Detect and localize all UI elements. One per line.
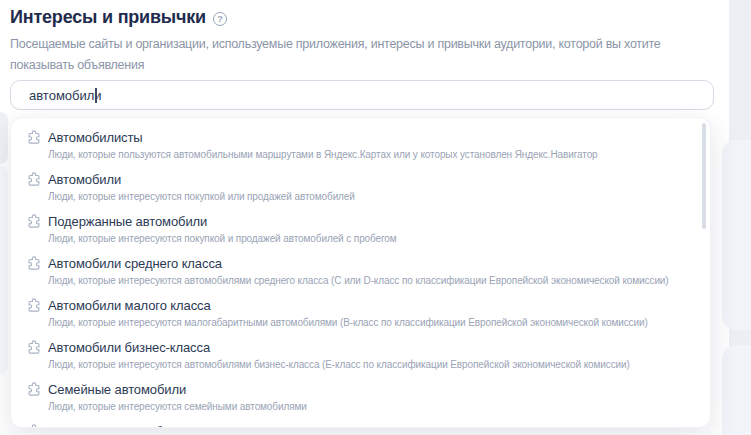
- help-icon[interactable]: ?: [213, 12, 227, 26]
- interest-description: Люди, которые интересуются автомобилями …: [48, 275, 686, 286]
- interest-title: Автомобили: [48, 172, 121, 187]
- background-card: [0, 112, 8, 164]
- interest-description: Люди, которые пользуются автомобильными …: [48, 149, 686, 160]
- interest-description: Люди, которые интересуются автомобилями …: [48, 359, 686, 370]
- interest-suggestion-head: Автомобилисты: [26, 128, 686, 146]
- dropdown-scrollbar[interactable]: [702, 123, 706, 229]
- interests-search-box: [10, 80, 714, 110]
- background-card: [0, 166, 8, 374]
- page-title: Интересы и привычки: [10, 7, 206, 28]
- puzzle-icon: [26, 423, 42, 428]
- interests-and-habits-section: Интересы и привычки ? Посещаемые сайты и…: [0, 0, 751, 435]
- interest-title: Городские автомобили: [48, 424, 184, 429]
- interest-suggestion-row[interactable]: Автомобилисты Люди, которые пользуются а…: [11, 128, 710, 170]
- interest-suggestion-row[interactable]: Автомобили среднего класса Люди, которые…: [11, 254, 710, 296]
- interest-suggestion-row[interactable]: Автомобили Люди, которые интересуются по…: [11, 170, 710, 212]
- interest-suggestion-head: Городские автомобили: [26, 422, 686, 428]
- interest-title: Подержанные автомобили: [48, 214, 207, 229]
- puzzle-icon: [26, 171, 42, 187]
- background-card: [722, 140, 751, 330]
- interest-title: Автомобили среднего класса: [48, 256, 222, 271]
- interest-suggestion-head: Подержанные автомобили: [26, 212, 686, 230]
- interest-description: Люди, которые интересуются покупкой и пр…: [48, 233, 686, 244]
- interest-suggestion-row[interactable]: Городские автомобили: [11, 422, 710, 428]
- interest-description: Люди, которые интересуются малогабаритны…: [48, 317, 686, 328]
- interest-suggestion-row[interactable]: Автомобили малого класса Люди, которые и…: [11, 296, 710, 338]
- section-description: Посещаемые сайты и организации, использу…: [10, 34, 695, 76]
- interest-suggestion-row[interactable]: Автомобили бизнес-класса Люди, которые и…: [11, 338, 710, 380]
- interest-title: Автомобили бизнес-класса: [48, 340, 210, 355]
- interest-description: Люди, которые интересуются семейными авт…: [48, 401, 686, 412]
- puzzle-icon: [26, 213, 42, 229]
- interests-search-input[interactable]: [11, 81, 713, 109]
- puzzle-icon: [26, 381, 42, 397]
- interest-suggestion-row[interactable]: Семейные автомобили Люди, которые интере…: [11, 380, 710, 422]
- puzzle-icon: [26, 129, 42, 145]
- interests-suggestions-dropdown: Автомобилисты Люди, которые пользуются а…: [10, 117, 711, 428]
- background-card: [722, 345, 751, 435]
- interest-title: Автомобилисты: [48, 130, 143, 145]
- puzzle-icon: [26, 297, 42, 313]
- puzzle-icon: [26, 339, 42, 355]
- interest-suggestion-head: Автомобили малого класса: [26, 296, 686, 314]
- interest-suggestion-head: Автомобили бизнес-класса: [26, 338, 686, 356]
- interest-title: Автомобили малого класса: [48, 298, 211, 313]
- interest-title: Семейные автомобили: [48, 382, 186, 397]
- text-cursor: [95, 88, 97, 103]
- interest-suggestion-head: Семейные автомобили: [26, 380, 686, 398]
- interest-suggestion-row[interactable]: Подержанные автомобили Люди, которые инт…: [11, 212, 710, 254]
- interest-description: Люди, которые интересуются покупкой или …: [48, 191, 686, 202]
- puzzle-icon: [26, 255, 42, 271]
- section-header: Интересы и привычки ?: [10, 7, 227, 28]
- interest-list: Автомобилисты Люди, которые пользуются а…: [11, 128, 710, 428]
- interest-suggestion-head: Автомобили среднего класса: [26, 254, 686, 272]
- interest-suggestion-head: Автомобили: [26, 170, 686, 188]
